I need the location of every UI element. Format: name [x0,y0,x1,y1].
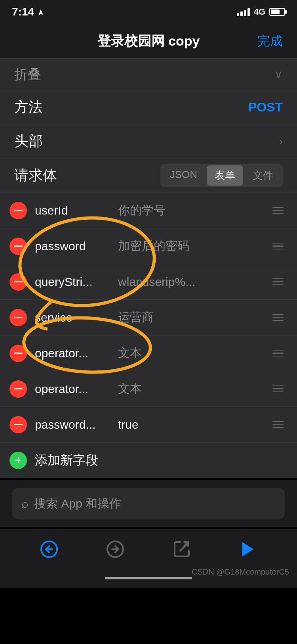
field-name: operator... [35,347,114,360]
svg-marker-5 [242,542,253,556]
field-value: 运营商 [114,309,268,326]
status-bar: 7:14 4G [0,0,297,24]
share-button[interactable] [168,535,196,563]
minus-button[interactable] [10,416,27,433]
search-placeholder: 搜索 App 和操作 [34,496,121,512]
minus-button[interactable] [10,273,27,291]
back-button[interactable] [35,535,63,563]
location-icon [37,9,44,16]
home-bar [105,577,192,579]
drag-handle-icon[interactable] [268,274,287,289]
plus-button[interactable] [10,452,27,469]
method-row[interactable]: 方法 POST [0,90,297,125]
drag-handle-icon[interactable] [268,381,287,397]
add-field-row[interactable]: 添加新字段 [0,443,297,478]
body-type-tabs[interactable]: JSON 表单 文件 [160,164,283,187]
svg-line-4 [180,543,188,551]
forward-button[interactable] [101,535,129,563]
nav-title: 登录校园网 copy [97,32,200,50]
fold-label: 折叠 [14,65,41,84]
field-name: password... [35,418,114,431]
table-row[interactable]: queryStri... wlanuserip%... [0,264,297,300]
drag-handle-icon[interactable] [268,239,287,254]
drag-handle-icon[interactable] [268,346,287,361]
field-value: 你的学号 [114,202,268,218]
table-row[interactable]: password 加密后的密码 [0,228,297,264]
field-name: operator... [35,382,114,396]
method-value: POST [248,100,283,115]
table-row[interactable]: password... true [0,407,297,443]
field-value: 文本 [114,345,268,361]
tab-json[interactable]: JSON [162,165,205,186]
drag-handle-icon[interactable] [268,417,287,432]
field-value: wlanuserip%... [114,275,268,289]
table-row[interactable]: service 运营商 [0,300,297,335]
minus-button[interactable] [10,380,27,398]
signal-icon [237,8,250,16]
request-body-header: 请求体 JSON 表单 文件 [0,159,297,193]
add-field-label: 添加新字段 [35,452,98,469]
field-name: queryStri... [35,275,114,289]
chevron-right-icon: › [279,135,283,148]
play-button[interactable] [234,535,262,563]
watermark: CSDN @G18McomputerC5 [192,567,289,577]
minus-button[interactable] [10,345,27,362]
tab-file[interactable]: 文件 [245,165,281,186]
field-value: 文本 [114,381,268,397]
search-icon: ⌕ [21,497,29,510]
tab-form[interactable]: 表单 [207,165,243,186]
drag-handle-icon[interactable] [268,203,287,218]
header-label: 头部 [14,132,43,151]
drag-handle-icon[interactable] [268,310,287,325]
field-list: userId 你的学号 password 加密后的密码 queryStri...… [0,193,297,478]
method-label: 方法 [14,98,43,117]
fold-section[interactable]: 折叠 ∨ [0,59,297,90]
header-row[interactable]: 头部 › [0,125,297,159]
field-value: 加密后的密码 [114,238,268,254]
field-value: true [114,418,268,431]
network-label: 4G [254,7,265,17]
done-button[interactable]: 完成 [257,33,283,50]
field-name: userId [35,204,114,217]
status-icons: 4G [237,7,285,17]
minus-button[interactable] [10,309,27,326]
chevron-down-icon: ∨ [274,68,283,81]
field-name: password [35,240,114,253]
battery-icon [269,8,285,16]
field-name: service [35,311,114,324]
minus-button[interactable] [10,202,27,219]
minus-button[interactable] [10,238,27,255]
search-area: ⌕ 搜索 App 和操作 [0,480,297,527]
navigation-bar: 登录校园网 copy 完成 [0,24,297,59]
request-body-label: 请求体 [14,166,57,185]
bottom-toolbar [0,529,297,569]
table-row[interactable]: userId 你的学号 [0,193,297,228]
search-bar[interactable]: ⌕ 搜索 App 和操作 [12,488,285,519]
status-time: 7:14 [12,6,34,18]
table-row[interactable]: operator... 文本 [0,371,297,407]
table-row[interactable]: operator... 文本 [0,335,297,371]
